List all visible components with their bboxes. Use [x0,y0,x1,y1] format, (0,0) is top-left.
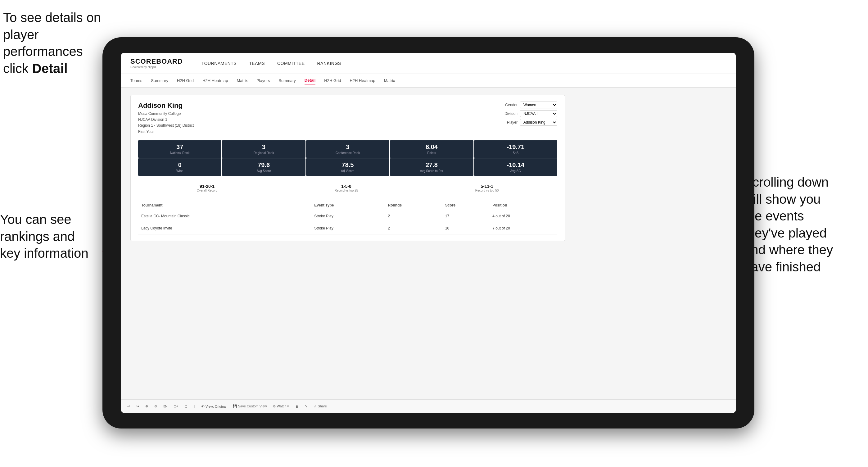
division-select[interactable]: NJCAA I [520,110,557,117]
sub-nav: Teams Summary H2H Grid H2H Heatmap Matri… [121,74,736,88]
player-filters: Gender Women Division NJCAA I [504,101,557,126]
stat-label-wins: Wins [142,169,218,173]
table-row: Lady Coyote Invite Stroke Play 2 16 7 ou… [138,222,557,234]
annotation-right: Scrolling downwill show youthe eventsthe… [744,174,862,276]
event-type-1: Stroke Play [311,210,385,222]
gender-label: Gender [505,103,518,107]
tournament-empty-2 [293,222,311,234]
stat-value-avg-score: 79.6 [226,161,302,168]
toolbar-save-custom[interactable]: 💾 Save Custom View [233,404,267,408]
bottom-toolbar: ↩ ↪ ⊕ ⊙ ⊡- ⊡+ ⏱ | 👁 View: Original 💾 Sav… [121,399,736,413]
stat-sos: -19.71 SoS [474,141,557,158]
toolbar-redo[interactable]: ↪ [136,404,139,408]
stat-label-sos: SoS [478,151,554,155]
stat-label-avg-sg: Avg SG [478,169,554,173]
stat-label-avg-score-par: Avg Score to Par [394,169,469,173]
toolbar-zoom-in[interactable]: ⊡+ [174,404,178,408]
stat-label-conference-rank: Conference Rank [310,151,385,155]
tournament-name-1: Estella CC- Mountain Classic [138,210,293,222]
stat-label-adj-score: Adj Score [310,169,385,173]
tournament-empty-1 [293,210,311,222]
nav-committee[interactable]: COMMITTEE [277,60,305,67]
subnav-matrix1[interactable]: Matrix [237,77,247,84]
scoreboard-logo: SCOREBOARD Powered by clippd [130,57,183,69]
subnav-h2h-grid2[interactable]: H2H Grid [324,77,341,84]
subnav-h2h-heatmap2[interactable]: H2H Heatmap [349,77,375,84]
stat-value-national-rank: 37 [142,144,218,151]
col-position: Position [489,200,557,210]
stat-value-wins: 0 [142,161,218,168]
annotation-detail-bold: Detail [32,61,67,76]
toolbar-share[interactable]: ⤢ Share [314,404,327,408]
toolbar-screen[interactable]: 🖥 [295,405,299,408]
toolbar-undo[interactable]: ↩ [127,404,130,408]
record-overall-value: 91-20-1 [197,184,218,189]
player-school: Mesa Community College [138,111,194,117]
stat-conference-rank: 3 Conference Rank [306,141,389,158]
score-2: 16 [442,222,489,234]
subnav-summary1[interactable]: Summary [151,77,168,84]
stat-wins: 0 Wins [138,158,221,176]
stats-row-1: 37 National Rank 3 Regional Rank 3 Confe… [138,141,557,158]
rounds-1: 2 [385,210,442,222]
stat-national-rank: 37 National Rank [138,141,221,158]
subnav-matrix2[interactable]: Matrix [384,77,395,84]
record-top25: 1-5-0 Record vs top 25 [335,184,358,192]
toolbar-watch[interactable]: ⊙ Watch ▾ [273,404,289,408]
subnav-h2h-heatmap1[interactable]: H2H Heatmap [203,77,228,84]
stats-row-2: 0 Wins 79.6 Avg Score 78.5 Adj Score 27.… [138,158,557,176]
stat-label-regional-rank: Regional Rank [226,151,302,155]
subnav-detail[interactable]: Detail [305,77,315,85]
toolbar-clock[interactable]: ⏱ [184,405,188,408]
player-year: First Year [138,129,194,135]
record-overall-label: Overall Record [197,189,218,192]
nav-rankings[interactable]: RANKINGS [317,60,341,67]
logo-sub: Powered by clippd [130,65,183,69]
record-top50: 5-11-1 Record vs top 50 [475,184,499,192]
stat-value-sos: -19.71 [478,144,554,151]
stat-avg-sg: -10.14 Avg SG [474,158,557,176]
toolbar-expand[interactable]: ⤡ [305,404,308,408]
stat-points: 6.04 Points [390,141,473,158]
stat-value-conference-rank: 3 [310,144,385,151]
table-header: Tournament Event Type Rounds Score Posit… [138,200,557,210]
record-top25-value: 1-5-0 [335,184,358,189]
tournament-name-2: Lady Coyote Invite [138,222,293,234]
annotation-top-left: To see details onplayer performancesclic… [3,9,108,77]
stat-label-avg-score: Avg Score [226,169,302,173]
player-division: NJCAA Division 1 [138,117,194,123]
toolbar-separator: | [194,405,195,408]
toolbar-zoom-out[interactable]: ⊡- [163,404,167,408]
stat-value-regional-rank: 3 [226,144,302,151]
player-header: Addison King Mesa Community College NJCA… [138,101,557,135]
player-info: Addison King Mesa Community College NJCA… [138,101,194,135]
nav-tournaments[interactable]: TOURNAMENTS [202,60,237,67]
subnav-teams[interactable]: Teams [130,77,142,84]
event-type-2: Stroke Play [311,222,385,234]
toolbar-add[interactable]: ⊕ [145,404,148,408]
stat-value-points: 6.04 [394,144,469,151]
tournament-table: Tournament Event Type Rounds Score Posit… [138,200,557,235]
stat-value-adj-score: 78.5 [310,161,385,168]
toolbar-view[interactable]: ⊙ [154,404,157,408]
col-tournament: Tournament [138,200,293,210]
stat-value-avg-sg: -10.14 [478,161,554,168]
table-row: Estella CC- Mountain Classic Stroke Play… [138,210,557,222]
toolbar-view-original[interactable]: 👁 View: Original [201,405,227,408]
position-2: 7 out of 20 [489,222,557,234]
score-1: 17 [442,210,489,222]
subnav-players[interactable]: Players [256,77,270,84]
content-wrapper: Addison King Mesa Community College NJCA… [130,95,565,241]
stat-avg-score: 79.6 Avg Score [222,158,305,176]
main-content: Addison King Mesa Community College NJCA… [121,88,736,399]
nav-teams[interactable]: TEAMS [249,60,265,67]
subnav-summary2[interactable]: Summary [278,77,296,84]
record-top25-label: Record vs top 25 [335,189,358,192]
player-region: Region 1 - Southwest (18) District [138,123,194,129]
record-top50-label: Record vs top 50 [475,189,499,192]
filter-division: Division NJCAA I [504,110,557,117]
gender-select[interactable]: Women [520,101,557,108]
player-label: Player [507,120,518,125]
player-select[interactable]: Addison King [520,119,557,126]
subnav-h2h-grid1[interactable]: H2H Grid [177,77,194,84]
